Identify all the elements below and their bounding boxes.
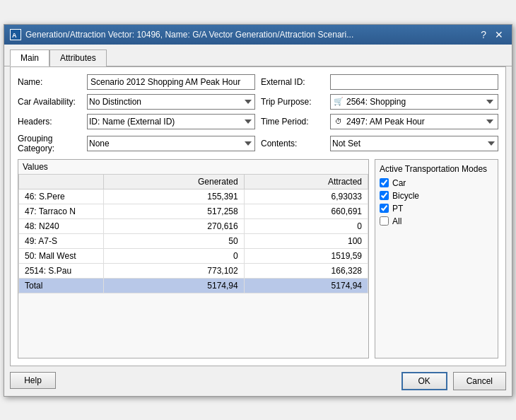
values-table: Generated Attracted 46: S.Pere 155,391 6… <box>18 174 368 293</box>
trip-purpose-label: Trip Purpose: <box>261 97 324 107</box>
row-attracted: 6,93033 <box>244 189 368 204</box>
name-input[interactable] <box>87 74 255 90</box>
trip-purpose-icon: 🛒 <box>332 95 345 108</box>
mode-item: All <box>380 216 493 226</box>
row-generated: 270,616 <box>104 218 245 233</box>
contents-select[interactable]: Not Set <box>330 136 498 151</box>
car-availability-label: Car Availability: <box>18 97 81 107</box>
table-row: 50: Mall West 0 1519,59 <box>19 248 368 263</box>
headers-label: Headers: <box>18 117 81 127</box>
grouping-wrapper: None <box>87 136 255 151</box>
time-period-select[interactable]: 2497: AM Peak Hour <box>346 115 496 129</box>
active-modes-panel: Active Transportation Modes Car Bicycle … <box>375 159 498 358</box>
mode-checkbox-bicycle[interactable] <box>380 191 389 200</box>
row-name: 48: N240 <box>19 218 104 233</box>
trip-purpose-select[interactable]: 2564: Shopping <box>346 95 496 109</box>
table-scroll-container[interactable]: Generated Attracted 46: S.Pere 155,391 6… <box>18 174 368 358</box>
headers-wrapper: ID: Name (External ID) <box>87 114 255 129</box>
help-button[interactable]: ? <box>478 30 489 40</box>
col-header-name <box>19 174 104 189</box>
values-tbody: 46: S.Pere 155,391 6,93033 47: Tarraco N… <box>19 189 368 293</box>
values-panel: Values Generated Attracted 46: S.Pere 15… <box>18 159 369 358</box>
svg-text:A: A <box>12 32 17 39</box>
mode-label: Bicycle <box>392 191 419 201</box>
dialog-footer: Help OK Cancel <box>4 366 512 396</box>
grouping-label: Grouping Category: <box>18 134 81 153</box>
table-row: 47: Tarraco N 517,258 660,691 <box>19 204 368 218</box>
mode-checkbox-all[interactable] <box>380 216 389 226</box>
mode-checkbox-car[interactable] <box>380 178 389 187</box>
row-name: 49: A7-S <box>19 233 104 248</box>
row-generated: 50 <box>104 233 245 248</box>
row-attracted: 100 <box>244 233 368 248</box>
total-row: Total 5174,94 5174,94 <box>19 278 368 293</box>
table-row: 48: N240 270,616 0 <box>19 218 368 233</box>
lower-section: Values Generated Attracted 46: S.Pere 15… <box>18 159 498 358</box>
row-generated: 0 <box>104 248 245 263</box>
row-generated: 517,258 <box>104 204 245 218</box>
close-button[interactable]: ✕ <box>492 30 506 40</box>
table-row: 46: S.Pere 155,391 6,93033 <box>19 189 368 204</box>
row-attracted: 166,328 <box>244 263 368 278</box>
row-generated: 155,391 <box>104 189 245 204</box>
row-attracted: 1519,59 <box>244 248 368 263</box>
row-name: 47: Tarraco N <box>19 204 104 218</box>
app-icon: A <box>10 29 21 40</box>
help-footer-button[interactable]: Help <box>10 372 56 389</box>
mode-label: All <box>392 216 401 226</box>
table-header: Generated Attracted <box>19 174 368 189</box>
total-generated: 5174,94 <box>104 278 245 293</box>
values-title: Values <box>18 160 368 174</box>
car-availability-wrapper: No Distinction <box>87 94 255 110</box>
dialog-title: Generation/Attraction Vector: 10496, Nam… <box>25 30 353 40</box>
modes-container: Car Bicycle PT All <box>380 178 493 226</box>
headers-select[interactable]: ID: Name (External ID) <box>87 114 255 129</box>
footer-left: Help <box>10 372 56 390</box>
row-attracted: 660,691 <box>244 204 368 218</box>
row-generated: 773,102 <box>104 263 245 278</box>
trip-purpose-wrapper: 🛒 2564: Shopping <box>330 94 498 110</box>
grouping-select[interactable]: None <box>87 136 255 151</box>
contents-wrapper: Not Set <box>330 136 498 151</box>
name-label: Name: <box>18 77 81 87</box>
ok-button[interactable]: OK <box>401 372 447 390</box>
mode-item: PT <box>380 204 493 214</box>
form-grid: Name: External ID: Car Availability: No … <box>18 74 498 153</box>
mode-checkbox-pt[interactable] <box>380 204 389 213</box>
col-header-attracted: Attracted <box>244 174 368 189</box>
mode-label: PT <box>392 204 403 214</box>
title-bar-buttons: ? ✕ <box>478 30 506 40</box>
tabs-bar: Main Attributes <box>4 45 512 66</box>
title-bar-left: A Generation/Attraction Vector: 10496, N… <box>10 29 353 40</box>
time-period-label: Time Period: <box>261 117 324 127</box>
table-row: 49: A7-S 50 100 <box>19 233 368 248</box>
row-name: 50: Mall West <box>19 248 104 263</box>
tab-main[interactable]: Main <box>10 49 49 66</box>
contents-label: Contents: <box>261 139 324 148</box>
tab-attributes[interactable]: Attributes <box>49 49 107 66</box>
external-id-label: External ID: <box>261 77 324 87</box>
row-name: 2514: S.Pau <box>19 263 104 278</box>
content-area: Name: External ID: Car Availability: No … <box>10 66 506 366</box>
total-label: Total <box>19 278 104 293</box>
col-header-generated: Generated <box>104 174 245 189</box>
mode-item: Bicycle <box>380 191 493 201</box>
main-dialog: A Generation/Attraction Vector: 10496, N… <box>4 24 512 397</box>
row-name: 46: S.Pere <box>19 189 104 204</box>
row-attracted: 0 <box>244 218 368 233</box>
footer-right: OK Cancel <box>401 372 506 390</box>
cancel-button[interactable]: Cancel <box>453 372 506 390</box>
total-attracted: 5174,94 <box>244 278 368 293</box>
mode-item: Car <box>380 178 493 188</box>
title-bar: A Generation/Attraction Vector: 10496, N… <box>4 25 512 45</box>
active-modes-title: Active Transportation Modes <box>380 164 493 174</box>
mode-label: Car <box>392 178 406 188</box>
table-row: 2514: S.Pau 773,102 166,328 <box>19 263 368 278</box>
external-id-input[interactable] <box>330 74 498 90</box>
time-period-icon: ⏱ <box>332 115 345 128</box>
car-availability-select[interactable]: No Distinction <box>87 94 255 110</box>
time-period-wrapper: ⏱ 2497: AM Peak Hour <box>330 114 498 129</box>
